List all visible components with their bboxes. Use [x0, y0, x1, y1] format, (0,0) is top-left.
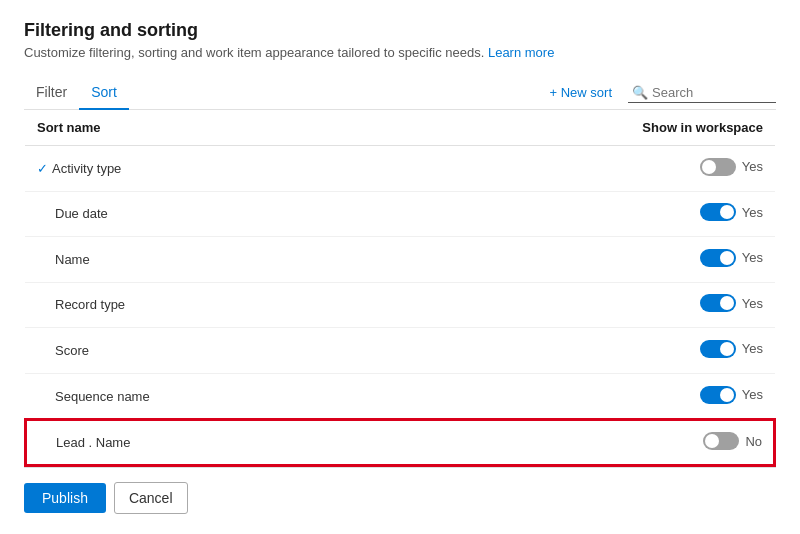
sort-name-label: Activity type: [52, 161, 121, 176]
toggle-cell: Yes: [389, 328, 775, 374]
table-row: Sequence name Yes: [25, 373, 775, 419]
table-row: ✓Activity type Yes: [25, 146, 775, 192]
sort-name-cell: Lead . Name: [25, 419, 389, 466]
toggle-cell: Yes: [389, 191, 775, 237]
toggle-track[interactable]: [700, 203, 736, 221]
table-header-row: Sort name Show in workspace: [25, 110, 775, 146]
page-subtitle: Customize filtering, sorting and work it…: [24, 45, 776, 60]
sort-table: Sort name Show in workspace ✓Activity ty…: [24, 110, 776, 467]
sort-name-label: Sequence name: [55, 389, 150, 404]
search-box: 🔍: [628, 83, 776, 103]
tab-sort[interactable]: Sort: [79, 76, 129, 110]
sort-name-cell: Due date: [25, 191, 389, 237]
toggle-control[interactable]: Yes: [700, 203, 763, 221]
toggle-track[interactable]: [703, 432, 739, 450]
toggle-thumb: [720, 205, 734, 219]
table-row: Lead . Name No: [25, 419, 775, 466]
footer: Publish Cancel: [24, 467, 776, 514]
search-icon: 🔍: [632, 85, 648, 100]
table-row: Name Yes: [25, 237, 775, 283]
sort-name-label: Score: [55, 343, 89, 358]
toggle-thumb: [705, 434, 719, 448]
toggle-track[interactable]: [700, 294, 736, 312]
toggle-thumb: [720, 251, 734, 265]
toggle-label: Yes: [742, 159, 763, 174]
toggle-track[interactable]: [700, 340, 736, 358]
toggle-cell: No: [389, 419, 775, 466]
toggle-label: Yes: [742, 205, 763, 220]
toggle-track[interactable]: [700, 249, 736, 267]
toggle-cell: Yes: [389, 237, 775, 283]
toggle-track[interactable]: [700, 386, 736, 404]
tabs-row: Filter Sort + New sort 🔍: [24, 76, 776, 110]
table-row: Record type Yes: [25, 282, 775, 328]
col-sort-name: Sort name: [25, 110, 389, 146]
table-row: Due date Yes: [25, 191, 775, 237]
learn-more-link[interactable]: Learn more: [488, 45, 554, 60]
sort-name-label: Due date: [55, 206, 108, 221]
tab-filter[interactable]: Filter: [24, 76, 79, 110]
sort-name-cell: Record type: [25, 282, 389, 328]
toggle-track[interactable]: [700, 158, 736, 176]
sort-name-cell: Name: [25, 237, 389, 283]
sort-name-cell: Sequence name: [25, 373, 389, 419]
page-container: Filtering and sorting Customize filterin…: [0, 0, 800, 534]
toggle-thumb: [720, 296, 734, 310]
toggle-thumb: [720, 388, 734, 402]
toggle-label: No: [745, 434, 762, 449]
sort-name-label: Lead . Name: [56, 435, 130, 450]
sort-name-label: Record type: [55, 297, 125, 312]
content-area: Sort name Show in workspace ✓Activity ty…: [24, 110, 776, 467]
toggle-control[interactable]: No: [703, 432, 762, 450]
page-title: Filtering and sorting: [24, 20, 776, 41]
check-icon: ✓: [37, 161, 48, 176]
new-sort-button[interactable]: + New sort: [542, 81, 621, 104]
sort-name-cell: ✓Activity type: [25, 146, 389, 192]
toggle-label: Yes: [742, 387, 763, 402]
search-input[interactable]: [652, 85, 772, 100]
toggle-control[interactable]: Yes: [700, 294, 763, 312]
toggle-control[interactable]: Yes: [700, 249, 763, 267]
toggle-control[interactable]: Yes: [700, 158, 763, 176]
cancel-button[interactable]: Cancel: [114, 482, 188, 514]
toggle-cell: Yes: [389, 146, 775, 192]
toggle-label: Yes: [742, 250, 763, 265]
toggle-label: Yes: [742, 296, 763, 311]
sort-name-label: Name: [55, 252, 90, 267]
toggle-thumb: [720, 342, 734, 356]
toggle-label: Yes: [742, 341, 763, 356]
toggle-cell: Yes: [389, 373, 775, 419]
toggle-control[interactable]: Yes: [700, 340, 763, 358]
sort-name-cell: Score: [25, 328, 389, 374]
toggle-control[interactable]: Yes: [700, 386, 763, 404]
table-row: Score Yes: [25, 328, 775, 374]
publish-button[interactable]: Publish: [24, 483, 106, 513]
toolbar-right: + New sort 🔍: [542, 81, 777, 104]
toggle-cell: Yes: [389, 282, 775, 328]
col-show-workspace: Show in workspace: [389, 110, 775, 146]
toggle-thumb: [702, 160, 716, 174]
